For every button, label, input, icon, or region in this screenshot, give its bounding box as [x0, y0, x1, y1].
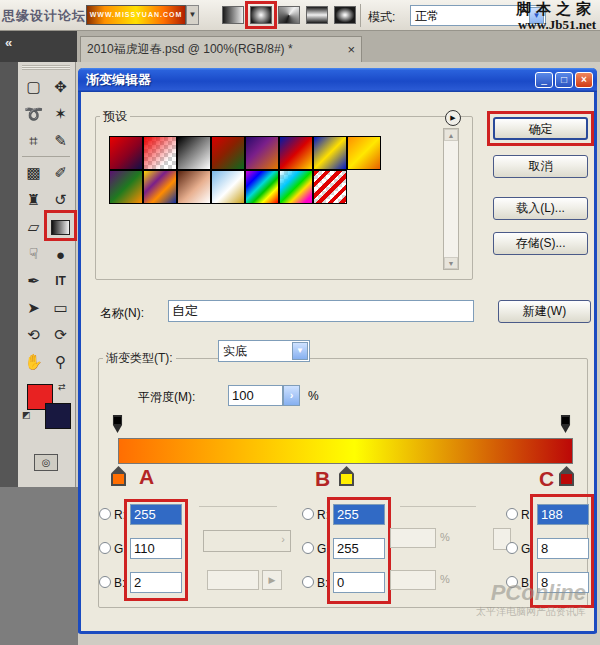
preset-swatch[interactable]: [109, 136, 143, 170]
radio-g-a[interactable]: [99, 542, 111, 554]
diamond-gradient-button[interactable]: [334, 6, 356, 24]
smoothness-input[interactable]: [228, 385, 283, 406]
ok-button[interactable]: 确定: [493, 117, 588, 140]
history-brush-tool[interactable]: ↺: [47, 187, 74, 213]
name-input[interactable]: [168, 300, 474, 322]
presets-scrollbar[interactable]: ▲ ▼: [443, 128, 459, 270]
g-value-a[interactable]: [130, 538, 182, 559]
new-button[interactable]: 新建(W): [498, 300, 591, 323]
radio-g-c[interactable]: [506, 542, 518, 554]
preset-swatch[interactable]: [279, 136, 313, 170]
radio-g-b[interactable]: [302, 542, 314, 554]
preset-swatch[interactable]: [143, 170, 177, 204]
tab-close-icon[interactable]: ×: [341, 42, 355, 57]
preset-swatch[interactable]: [109, 170, 143, 204]
radial-gradient-button[interactable]: [250, 6, 272, 24]
preset-swatch[interactable]: [211, 170, 245, 204]
preset-swatch[interactable]: [177, 136, 211, 170]
g-value-c[interactable]: [537, 538, 589, 559]
shape-tool[interactable]: ▭: [47, 295, 74, 321]
save-button[interactable]: 存储(S)...: [493, 232, 588, 255]
g-value-b[interactable]: [333, 538, 385, 559]
scroll-up-icon[interactable]: ▲: [444, 129, 458, 141]
preset-menu-arrow-icon[interactable]: ▶: [445, 110, 461, 126]
radio-r-b[interactable]: [302, 508, 314, 520]
divider-line: [400, 506, 476, 507]
toolbox-collapse-header[interactable]: «: [0, 31, 77, 62]
dialog-title: 渐变编辑器: [86, 71, 533, 89]
r-value-b[interactable]: [333, 504, 385, 525]
angle-gradient-button[interactable]: [278, 6, 300, 24]
cancel-button[interactable]: 取消: [493, 155, 588, 178]
r-value-a[interactable]: [130, 504, 182, 525]
patch-tool[interactable]: ▩: [20, 160, 47, 186]
r-label-a: R:: [114, 508, 126, 522]
gradient-bar[interactable]: [118, 438, 573, 464]
swap-colors-icon[interactable]: ⇄: [58, 382, 66, 392]
preset-swatch[interactable]: [245, 136, 279, 170]
magic-wand-tool[interactable]: ✶: [47, 101, 74, 127]
type-tool[interactable]: IT: [47, 268, 74, 294]
scroll-down-icon[interactable]: ▼: [444, 257, 458, 269]
gradient-picker-arrow-icon[interactable]: ▼: [186, 5, 199, 25]
eyedropper-tool[interactable]: ✎: [47, 128, 74, 154]
preset-swatch[interactable]: [143, 136, 177, 170]
chevron-down-icon[interactable]: ▼: [292, 342, 308, 360]
crop-tool[interactable]: ⌗: [20, 128, 47, 154]
rotate-3d-icon: ⟲: [27, 326, 40, 344]
r-value-c[interactable]: [537, 504, 589, 525]
close-icon[interactable]: ×: [575, 72, 593, 88]
load-button[interactable]: 载入(L)...: [493, 197, 588, 220]
dialog-titlebar[interactable]: 渐变编辑器 _ □ ×: [78, 68, 597, 92]
smoothness-dropdown-icon[interactable]: ›: [283, 385, 300, 406]
rotate-3d-tool[interactable]: ⟲: [20, 322, 47, 348]
gradient-tool[interactable]: [47, 214, 74, 240]
toolbox-grip[interactable]: [22, 65, 70, 70]
radio-b-a[interactable]: [99, 576, 111, 588]
move-tool[interactable]: ✥: [47, 74, 74, 100]
lasso-tool[interactable]: ➰: [20, 101, 47, 127]
mode-value: 正常: [415, 9, 439, 23]
reflected-gradient-button[interactable]: [306, 6, 328, 24]
divider-line: [199, 506, 277, 507]
orbit-3d-tool[interactable]: ⟳: [47, 322, 74, 348]
preset-swatch[interactable]: [177, 170, 211, 204]
preset-swatch[interactable]: [245, 170, 279, 204]
b-value-b[interactable]: [333, 572, 385, 593]
workspace-background: [0, 487, 78, 645]
background-color-swatch[interactable]: [45, 403, 71, 429]
eraser-tool[interactable]: ▱: [20, 214, 47, 240]
maximize-icon[interactable]: □: [555, 72, 573, 88]
smudge-tool[interactable]: ☟: [20, 241, 47, 267]
pen-icon: ✒: [27, 272, 40, 290]
radio-b-b[interactable]: [302, 576, 314, 588]
radio-r-a[interactable]: [99, 508, 111, 520]
preset-swatch[interactable]: [313, 136, 347, 170]
disabled-field: [207, 570, 259, 590]
linear-gradient-button[interactable]: [222, 6, 244, 24]
burn-tool[interactable]: ●: [47, 241, 74, 267]
clone-stamp-tool[interactable]: ♜: [20, 187, 47, 213]
quick-mask-button[interactable]: ◎: [34, 454, 58, 471]
pen-tool[interactable]: ✒: [20, 268, 47, 294]
document-tab[interactable]: 2010福虎迎春.psd @ 100%(RGB/8#) * ×: [80, 36, 362, 62]
r-label-c: R:: [521, 508, 533, 522]
hand-tool[interactable]: ✋: [20, 349, 47, 375]
brush-tool[interactable]: ✐: [47, 160, 74, 186]
preset-swatch[interactable]: [211, 136, 245, 170]
path-select-tool[interactable]: ➤: [20, 295, 47, 321]
screenshot-canvas: 思缘设计论坛 WWW.MISSYUAN.COM ▼ 模式: 正常 ▼ 脚本之家 …: [0, 0, 600, 645]
default-colors-icon[interactable]: ◩: [22, 410, 31, 420]
gradient-type-select[interactable]: 实底 ▼: [218, 340, 310, 362]
hand-icon: ✋: [24, 353, 43, 371]
zoom-tool[interactable]: ⚲: [47, 349, 74, 375]
b-value-a[interactable]: [130, 572, 182, 593]
smoothness-label: 平滑度(M):: [138, 389, 195, 406]
preset-swatch[interactable]: [279, 170, 313, 204]
preset-swatch[interactable]: [313, 170, 347, 204]
minimize-icon[interactable]: _: [535, 72, 553, 88]
gradient-preview-button[interactable]: WWW.MISSYUAN.COM: [86, 5, 186, 25]
preset-swatch[interactable]: [347, 136, 381, 170]
radio-r-c[interactable]: [506, 508, 518, 520]
rectangular-marquee-tool[interactable]: ▢: [20, 74, 47, 100]
